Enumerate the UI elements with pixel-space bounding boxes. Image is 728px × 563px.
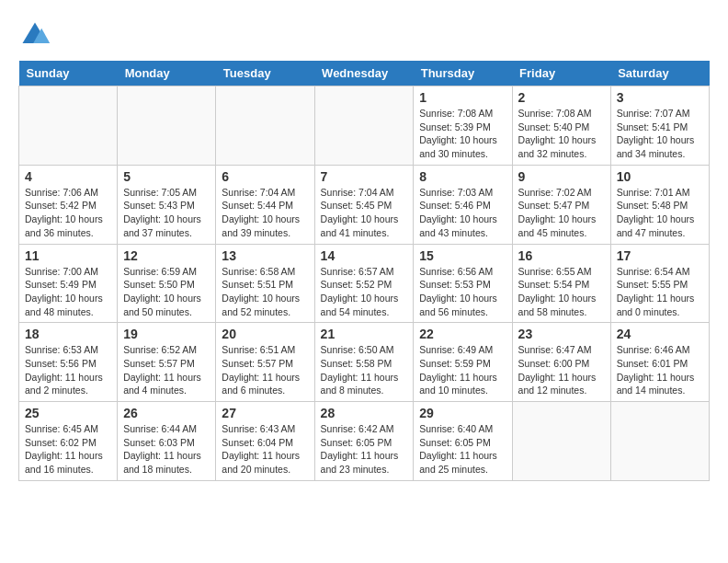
calendar-body: 1Sunrise: 7:08 AM Sunset: 5:39 PM Daylig… — [19, 86, 710, 481]
calendar-cell — [314, 86, 414, 166]
day-info: Sunrise: 6:54 AM Sunset: 5:55 PM Dayligh… — [617, 265, 703, 319]
calendar-cell: 12Sunrise: 6:59 AM Sunset: 5:50 PM Dayli… — [118, 244, 216, 323]
calendar-week-4: 18Sunrise: 6:53 AM Sunset: 5:56 PM Dayli… — [19, 323, 710, 402]
day-number: 7 — [321, 169, 408, 184]
day-number: 25 — [25, 406, 111, 420]
day-number: 20 — [222, 327, 308, 341]
day-info: Sunrise: 7:02 AM Sunset: 5:47 PM Dayligh… — [518, 186, 605, 240]
day-info: Sunrise: 6:45 AM Sunset: 6:02 PM Dayligh… — [25, 422, 111, 477]
calendar-cell: 27Sunrise: 6:43 AM Sunset: 6:04 PM Dayli… — [216, 402, 314, 481]
calendar-cell: 8Sunrise: 7:03 AM Sunset: 5:46 PM Daylig… — [414, 165, 512, 244]
day-info: Sunrise: 6:56 AM Sunset: 5:53 PM Dayligh… — [419, 265, 506, 319]
day-number: 2 — [518, 90, 605, 105]
day-number: 4 — [25, 169, 111, 184]
calendar-cell: 5Sunrise: 7:05 AM Sunset: 5:43 PM Daylig… — [118, 165, 216, 244]
calendar-cell: 9Sunrise: 7:02 AM Sunset: 5:47 PM Daylig… — [512, 165, 610, 244]
day-number: 6 — [222, 169, 308, 184]
calendar-cell: 1Sunrise: 7:08 AM Sunset: 5:39 PM Daylig… — [414, 86, 512, 166]
day-header-monday: Monday — [118, 61, 216, 86]
day-number: 12 — [123, 248, 210, 263]
calendar-cell: 26Sunrise: 6:44 AM Sunset: 6:03 PM Dayli… — [118, 402, 216, 481]
day-info: Sunrise: 6:58 AM Sunset: 5:51 PM Dayligh… — [222, 265, 308, 319]
day-info: Sunrise: 6:51 AM Sunset: 5:57 PM Dayligh… — [222, 343, 308, 397]
day-info: Sunrise: 6:57 AM Sunset: 5:52 PM Dayligh… — [321, 265, 408, 319]
day-number: 10 — [617, 169, 703, 184]
day-info: Sunrise: 6:49 AM Sunset: 5:59 PM Dayligh… — [419, 343, 506, 397]
day-info: Sunrise: 7:05 AM Sunset: 5:43 PM Dayligh… — [123, 186, 210, 240]
logo — [18, 18, 57, 52]
day-info: Sunrise: 7:01 AM Sunset: 5:48 PM Dayligh… — [617, 186, 703, 240]
day-number: 26 — [123, 406, 210, 420]
calendar-cell — [512, 402, 610, 481]
calendar-cell: 22Sunrise: 6:49 AM Sunset: 5:59 PM Dayli… — [414, 323, 512, 402]
calendar-week-5: 25Sunrise: 6:45 AM Sunset: 6:02 PM Dayli… — [19, 402, 710, 481]
day-number: 29 — [419, 406, 506, 420]
calendar-cell: 3Sunrise: 7:07 AM Sunset: 5:41 PM Daylig… — [610, 86, 709, 166]
day-info: Sunrise: 7:03 AM Sunset: 5:46 PM Dayligh… — [419, 186, 506, 240]
day-number: 22 — [419, 327, 506, 341]
calendar-cell — [19, 86, 118, 166]
day-info: Sunrise: 6:43 AM Sunset: 6:04 PM Dayligh… — [222, 422, 308, 477]
day-number: 23 — [518, 327, 605, 341]
day-number: 24 — [617, 327, 703, 341]
calendar-cell: 28Sunrise: 6:42 AM Sunset: 6:05 PM Dayli… — [314, 402, 414, 481]
day-info: Sunrise: 6:47 AM Sunset: 6:00 PM Dayligh… — [518, 343, 605, 397]
day-header-saturday: Saturday — [610, 61, 709, 86]
calendar-week-2: 4Sunrise: 7:06 AM Sunset: 5:42 PM Daylig… — [19, 165, 710, 244]
calendar-cell: 6Sunrise: 7:04 AM Sunset: 5:44 PM Daylig… — [216, 165, 314, 244]
day-info: Sunrise: 7:00 AM Sunset: 5:49 PM Dayligh… — [25, 265, 111, 319]
day-info: Sunrise: 7:04 AM Sunset: 5:45 PM Dayligh… — [321, 186, 408, 240]
day-header-friday: Friday — [512, 61, 610, 86]
day-number: 11 — [25, 248, 111, 263]
day-info: Sunrise: 7:07 AM Sunset: 5:41 PM Dayligh… — [617, 107, 703, 161]
day-info: Sunrise: 7:04 AM Sunset: 5:44 PM Dayligh… — [222, 186, 308, 240]
day-info: Sunrise: 7:08 AM Sunset: 5:39 PM Dayligh… — [419, 107, 506, 161]
calendar-cell: 16Sunrise: 6:55 AM Sunset: 5:54 PM Dayli… — [512, 244, 610, 323]
calendar-cell: 23Sunrise: 6:47 AM Sunset: 6:00 PM Dayli… — [512, 323, 610, 402]
calendar-cell: 14Sunrise: 6:57 AM Sunset: 5:52 PM Dayli… — [314, 244, 414, 323]
calendar-cell: 24Sunrise: 6:46 AM Sunset: 6:01 PM Dayli… — [610, 323, 709, 402]
calendar-cell: 13Sunrise: 6:58 AM Sunset: 5:51 PM Dayli… — [216, 244, 314, 323]
day-number: 28 — [321, 406, 408, 420]
day-info: Sunrise: 6:46 AM Sunset: 6:01 PM Dayligh… — [617, 343, 703, 397]
calendar-week-1: 1Sunrise: 7:08 AM Sunset: 5:39 PM Daylig… — [19, 86, 710, 166]
calendar-cell: 25Sunrise: 6:45 AM Sunset: 6:02 PM Dayli… — [19, 402, 118, 481]
day-info: Sunrise: 6:55 AM Sunset: 5:54 PM Dayligh… — [518, 265, 605, 319]
calendar-cell — [216, 86, 314, 166]
logo-icon — [18, 18, 51, 52]
calendar-cell: 21Sunrise: 6:50 AM Sunset: 5:58 PM Dayli… — [314, 323, 414, 402]
day-info: Sunrise: 6:59 AM Sunset: 5:50 PM Dayligh… — [123, 265, 210, 319]
day-number: 17 — [617, 248, 703, 263]
day-info: Sunrise: 6:53 AM Sunset: 5:56 PM Dayligh… — [25, 343, 111, 397]
calendar-cell — [118, 86, 216, 166]
calendar-cell: 20Sunrise: 6:51 AM Sunset: 5:57 PM Dayli… — [216, 323, 314, 402]
calendar-cell: 4Sunrise: 7:06 AM Sunset: 5:42 PM Daylig… — [19, 165, 118, 244]
day-info: Sunrise: 6:50 AM Sunset: 5:58 PM Dayligh… — [321, 343, 408, 397]
calendar-cell: 17Sunrise: 6:54 AM Sunset: 5:55 PM Dayli… — [610, 244, 709, 323]
day-header-sunday: Sunday — [19, 61, 118, 86]
day-number: 9 — [518, 169, 605, 184]
day-number: 13 — [222, 248, 308, 263]
calendar-cell: 19Sunrise: 6:52 AM Sunset: 5:57 PM Dayli… — [118, 323, 216, 402]
day-info: Sunrise: 6:42 AM Sunset: 6:05 PM Dayligh… — [321, 422, 408, 477]
calendar-week-3: 11Sunrise: 7:00 AM Sunset: 5:49 PM Dayli… — [19, 244, 710, 323]
day-info: Sunrise: 7:08 AM Sunset: 5:40 PM Dayligh… — [518, 107, 605, 161]
day-number: 18 — [25, 327, 111, 341]
day-number: 27 — [222, 406, 308, 420]
calendar-cell: 10Sunrise: 7:01 AM Sunset: 5:48 PM Dayli… — [610, 165, 709, 244]
day-info: Sunrise: 6:40 AM Sunset: 6:05 PM Dayligh… — [419, 422, 506, 477]
day-number: 5 — [123, 169, 210, 184]
day-number: 1 — [419, 90, 506, 105]
day-number: 14 — [321, 248, 408, 263]
calendar-table: SundayMondayTuesdayWednesdayThursdayFrid… — [18, 61, 710, 481]
calendar-cell: 15Sunrise: 6:56 AM Sunset: 5:53 PM Dayli… — [414, 244, 512, 323]
day-header-wednesday: Wednesday — [314, 61, 414, 86]
day-number: 21 — [321, 327, 408, 341]
day-number: 8 — [419, 169, 506, 184]
day-number: 19 — [123, 327, 210, 341]
calendar-cell: 18Sunrise: 6:53 AM Sunset: 5:56 PM Dayli… — [19, 323, 118, 402]
day-header-tuesday: Tuesday — [216, 61, 314, 86]
calendar-cell: 7Sunrise: 7:04 AM Sunset: 5:45 PM Daylig… — [314, 165, 414, 244]
calendar-header-row: SundayMondayTuesdayWednesdayThursdayFrid… — [19, 61, 710, 86]
day-number: 15 — [419, 248, 506, 263]
